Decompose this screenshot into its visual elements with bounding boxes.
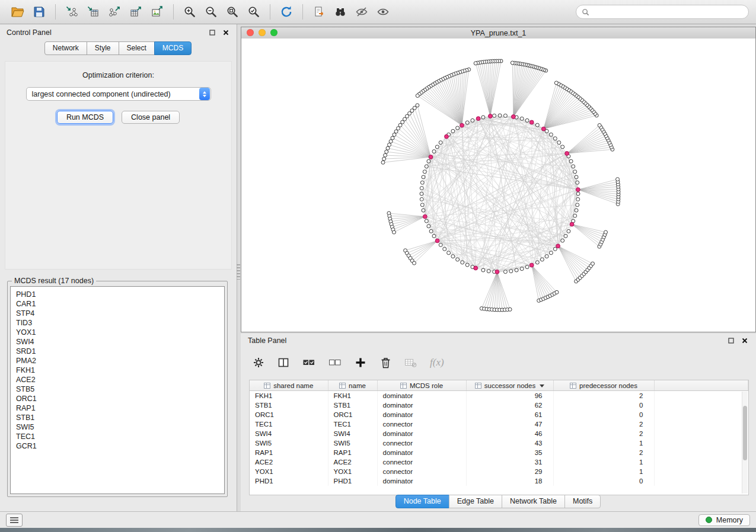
table-cell: YOX1 [250, 467, 328, 476]
search-network-button[interactable] [330, 2, 351, 22]
mcds-options-panel: Optimization criterion: largest connecte… [5, 61, 232, 270]
mcds-result-item[interactable]: CAR1 [16, 299, 224, 309]
mcds-result-item[interactable]: FKH1 [16, 366, 224, 375]
zoom-in-button[interactable] [179, 2, 200, 22]
save-session-button[interactable] [28, 2, 50, 22]
export-image-button[interactable] [146, 2, 168, 22]
table-row[interactable]: STB1STB1dominator620 [250, 400, 748, 410]
table-row[interactable]: PHD1PHD1dominator180 [250, 476, 748, 486]
show-columns-button[interactable] [277, 357, 289, 368]
close-panel-icon[interactable] [741, 336, 749, 345]
tab-motifs[interactable]: Motifs [564, 495, 601, 508]
open-file-button[interactable] [7, 2, 28, 22]
column-header-predecessor-nodes[interactable]: predecessor nodes [553, 380, 654, 391]
table-cell: 1 [553, 438, 654, 448]
mcds-result-item[interactable]: ACE2 [16, 375, 224, 384]
mcds-result-item[interactable]: TEC1 [16, 432, 224, 441]
tab-edge-table[interactable]: Edge Table [449, 495, 502, 508]
criterion-select[interactable]: largest connected component (undirected) [26, 87, 211, 101]
share-document-button[interactable] [308, 2, 330, 22]
refresh-button[interactable] [276, 2, 297, 22]
float-panel-icon[interactable] [727, 336, 735, 345]
zoom-out-button[interactable] [200, 2, 222, 22]
mcds-result-item[interactable]: YOX1 [16, 328, 224, 337]
table-row[interactable]: SWI5SWI5connector431 [250, 438, 748, 448]
table-scrollbar[interactable] [742, 392, 748, 493]
zoom-selected-button[interactable] [243, 2, 264, 22]
columns-icon [277, 357, 289, 368]
mcds-result-list[interactable]: PHD1CAR1STP4TID3YOX1SWI4SRD1PMA2FKH1ACE2… [10, 286, 225, 494]
zoom-out-icon [205, 5, 218, 18]
tab-node-table[interactable]: Node Table [395, 495, 449, 508]
import-table-button[interactable] [82, 2, 104, 22]
close-panel-icon[interactable] [222, 28, 230, 37]
zoom-fit-button[interactable] [222, 2, 243, 22]
hide-selected-button[interactable] [351, 2, 372, 22]
table-settings-button[interactable] [253, 357, 264, 368]
column-label: successor nodes [484, 382, 535, 389]
tab-network[interactable]: Network [44, 41, 87, 55]
select-all-button[interactable] [302, 357, 315, 368]
column-header-shared-name[interactable]: shared name [250, 380, 328, 391]
search-input[interactable] [592, 7, 743, 17]
maximize-window-icon[interactable] [270, 29, 277, 36]
show-panels-button[interactable] [6, 514, 23, 527]
mcds-result-item[interactable]: RAP1 [16, 403, 224, 413]
table-row[interactable]: FKH1FKH1dominator962 [250, 391, 748, 401]
tab-select[interactable]: Select [119, 41, 155, 55]
mcds-result-item[interactable]: STP4 [16, 309, 224, 318]
toolbar-search[interactable] [576, 5, 749, 19]
mcds-result-item[interactable]: STB1 [16, 413, 224, 422]
column-header-successor-nodes[interactable]: successor nodes [466, 380, 553, 391]
mcds-result-item[interactable]: SWI4 [16, 337, 224, 347]
export-network-button[interactable] [104, 2, 125, 22]
table-row[interactable]: TEC1TEC1connector472 [250, 419, 748, 429]
tab-style[interactable]: Style [87, 41, 119, 55]
table-row[interactable]: RAP1RAP1dominator352 [250, 448, 748, 457]
show-all-button[interactable] [372, 2, 394, 22]
mcds-result-item[interactable]: STB5 [16, 384, 224, 394]
table-row[interactable]: ACE2ACE2connector311 [250, 457, 748, 467]
close-panel-button[interactable]: Close panel [122, 111, 180, 124]
mcds-result-item[interactable]: PHD1 [16, 290, 224, 299]
table-cell: 0 [553, 476, 654, 486]
select-stepper-icon [199, 88, 210, 100]
column-type-icon [475, 383, 481, 389]
tab-network-table[interactable]: Network Table [502, 495, 565, 508]
add-column-button[interactable] [355, 357, 366, 368]
mcds-result-item[interactable]: SRD1 [16, 347, 224, 356]
network-window-titlebar[interactable]: YPA_prune.txt_1 [241, 27, 755, 39]
table-cell: 0 [553, 400, 654, 410]
table-panel: Table Panel [241, 334, 756, 511]
table-cell: connector [377, 467, 466, 476]
float-panel-icon[interactable] [208, 28, 216, 37]
network-canvas[interactable] [241, 39, 755, 332]
network-view[interactable] [241, 39, 755, 332]
deselect-all-button[interactable] [328, 357, 342, 368]
delete-column-button[interactable] [379, 356, 391, 369]
export-table-button[interactable] [125, 2, 146, 22]
control-panel: Control Panel Network Style Select MCDS … [0, 24, 237, 511]
mcds-result-item[interactable]: GCR1 [16, 441, 224, 451]
mcds-result-item[interactable]: PMA2 [16, 356, 224, 366]
close-window-icon[interactable] [247, 29, 254, 36]
import-network-button[interactable] [61, 2, 82, 22]
mcds-result-item[interactable]: TID3 [16, 318, 224, 328]
minimize-window-icon[interactable] [259, 29, 266, 36]
memory-button[interactable]: Memory [698, 514, 750, 526]
sort-descending-icon[interactable] [540, 384, 544, 387]
column-header-name[interactable]: name [328, 380, 377, 391]
panel-splitter-handle[interactable] [237, 264, 240, 280]
table-cell: 31 [466, 457, 553, 467]
table-row[interactable]: ORC1ORC1dominator610 [250, 410, 748, 419]
application-window: Control Panel Network Style Select MCDS … [0, 0, 756, 532]
column-header-mcds-role[interactable]: MCDS role [377, 380, 466, 391]
run-mcds-button[interactable]: Run MCDS [57, 111, 113, 124]
scrollbar-thumb[interactable] [743, 406, 747, 460]
mcds-result-item[interactable]: ORC1 [16, 394, 224, 403]
tab-mcds[interactable]: MCDS [154, 41, 192, 55]
mcds-result-item[interactable]: SWI5 [16, 422, 224, 432]
table-row[interactable]: SWI4SWI4dominator462 [250, 429, 748, 438]
share-document-icon [312, 5, 326, 18]
table-row[interactable]: YOX1YOX1connector291 [250, 467, 748, 476]
